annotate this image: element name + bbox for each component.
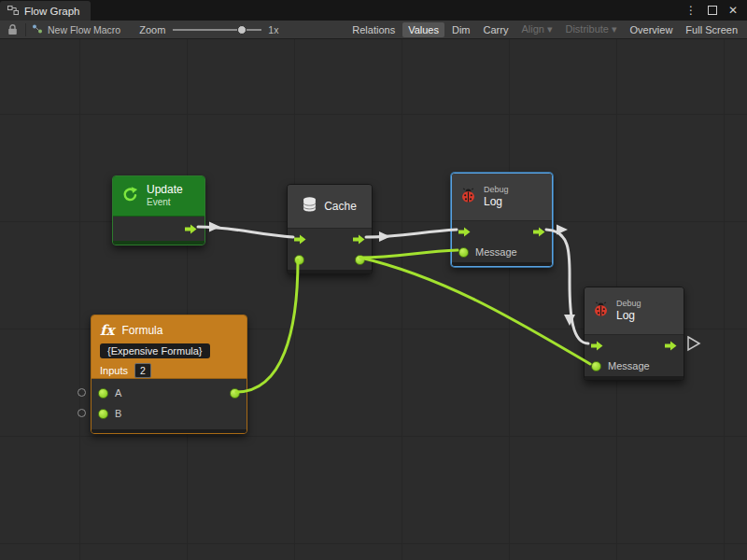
value-input-port[interactable] [591,361,601,371]
node-title: Log [616,309,641,322]
toolbar-button-align: Align ▾ [515,21,557,37]
flow-input-port[interactable] [591,341,603,351]
toolbar-button-carry[interactable]: Carry [478,22,514,37]
update-loop-icon [121,186,139,207]
ladybug-icon [593,301,609,321]
flow-output-port[interactable] [185,224,197,234]
input-b-label: B [115,408,121,419]
toolbar-button-values[interactable]: Values [402,22,444,37]
node-category: Debug [616,299,641,309]
lock-icon[interactable] [0,23,20,35]
wire-arrowhead [209,222,220,232]
wire-cache-to-debug-top[interactable] [366,230,457,237]
wire-cache-to-debug-bottom-message[interactable] [360,258,590,364]
node-footer [288,270,372,273]
wire-arrowhead [557,225,568,235]
node-footer [92,429,247,433]
cache-body [288,229,372,270]
node-subtitle: Event [147,197,183,208]
message-port-label: Message [475,246,517,258]
flow-input-port[interactable] [458,227,471,237]
update-event-body [113,217,204,241]
output-hint-triangle [688,337,699,350]
value-input-port-a[interactable] [98,388,108,399]
formula-body: A B [92,379,247,429]
tab-title: Flow Graph [24,6,79,17]
maximize-icon[interactable] [708,6,717,15]
node-update-event[interactable]: Update Event [112,175,205,245]
debug-log-body: Message [452,221,552,262]
inputs-label: Inputs [100,365,128,376]
input-a-label: A [115,387,121,399]
value-output-port[interactable] [355,255,365,265]
formula-expression[interactable]: {Expensive Formula} [100,343,210,358]
message-port-label: Message [608,360,650,371]
toolbar-buttons: Relations Values Dim Carry Align ▾ Distr… [346,21,747,37]
update-event-header[interactable]: Update Event [113,176,204,217]
database-icon [303,197,317,216]
node-formula[interactable]: fx Formula {Expensive Formula} Inputs 2 … [91,315,247,434]
toolbar-button-dim[interactable]: Dim [446,22,476,37]
node-category: Debug [484,185,509,195]
node-title: Formula [121,324,162,337]
node-title: Update [147,184,183,197]
debug-log-header[interactable]: Debug Log [452,174,552,221]
ladybug-icon [460,188,476,207]
toolbar-button-distribute: Distribute ▾ [559,21,622,37]
zoom-label: Zoom [139,24,165,35]
inputs-count-field[interactable]: 2 [134,363,151,378]
value-input-port[interactable] [294,255,304,265]
flow-input-port[interactable] [294,234,306,245]
macro-name: New Flow Macro [48,24,120,35]
node-debug-log-bottom[interactable]: Debug Log Message [584,287,684,381]
flow-graph-window: Flow Graph ⋮ ✕ New Flow Macro Zoom 1x Re… [0,0,747,560]
debug-log-body: Message [585,335,684,376]
formula-header[interactable]: fx Formula {Expensive Formula} Inputs 2 [92,315,247,379]
node-footer [452,262,552,266]
menu-icon[interactable]: ⋮ [685,5,697,16]
wire-arrowhead [564,315,575,326]
titlebar: Flow Graph ⋮ ✕ [0,0,747,21]
flow-output-port[interactable] [533,227,545,237]
zoom-slider-knob[interactable] [237,25,247,35]
node-cache[interactable]: Cache [287,184,373,274]
window-controls: ⋮ ✕ [685,0,747,21]
graph-canvas[interactable]: Update Event Cache [0,39,747,560]
macro-icon [32,23,43,36]
node-title: Cache [324,200,357,213]
toolbar-button-overview[interactable]: Overview [625,22,679,37]
unconnected-port-b[interactable] [78,409,86,417]
node-title: Log [484,195,509,208]
cache-header[interactable]: Cache [288,185,372,229]
flow-output-port[interactable] [353,234,365,245]
flow-output-port[interactable] [665,341,677,351]
toolbar-separator [25,23,26,36]
macro-indicator[interactable]: New Flow Macro [32,23,120,36]
node-footer [585,376,684,380]
wire-arrowhead [379,231,390,242]
value-output-port[interactable] [230,388,240,399]
unconnected-port-a[interactable] [78,388,86,397]
flow-graph-icon [7,5,19,18]
toolbar-button-relations[interactable]: Relations [346,22,401,37]
toolbar: New Flow Macro Zoom 1x Relations Values … [0,21,747,39]
value-input-port[interactable] [458,247,469,258]
fx-icon: fx [100,322,114,339]
node-footer [113,241,204,245]
wire-cache-to-debug-top-message[interactable] [360,250,458,258]
debug-log-header[interactable]: Debug Log [585,287,684,335]
zoom-slider[interactable] [173,24,261,35]
tab-flow-graph[interactable]: Flow Graph [0,1,91,21]
toolbar-button-fullscreen[interactable]: Full Screen [680,22,743,37]
value-input-port-b[interactable] [98,409,108,419]
node-debug-log-top[interactable]: Debug Log Message [451,173,553,267]
close-icon[interactable]: ✕ [728,5,738,16]
zoom-value: 1x [268,24,278,35]
wire-update-to-cache[interactable] [198,227,293,237]
zoom-slider-track[interactable] [173,29,261,31]
